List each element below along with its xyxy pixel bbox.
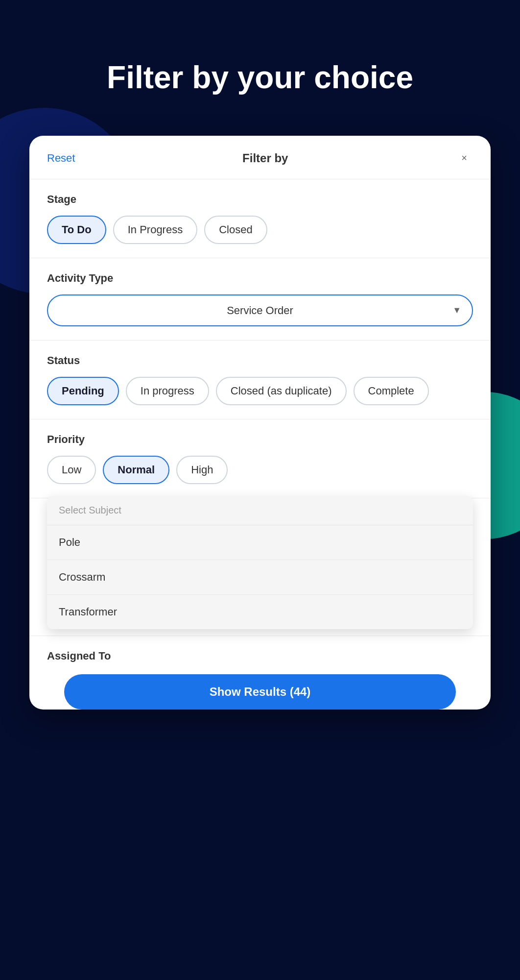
show-results-button[interactable]: Show Results (44) (64, 674, 456, 710)
modal-header: Reset Filter by × (29, 136, 491, 179)
subject-option-crossarm[interactable]: Crossarm (47, 560, 473, 595)
assigned-to-label: Assigned To (47, 650, 473, 662)
filter-modal: Reset Filter by × Stage To Do In Progres… (29, 136, 491, 710)
status-pill-pending[interactable]: Pending (47, 377, 119, 405)
priority-pill-normal[interactable]: Normal (103, 456, 169, 484)
page-title: Filter by your choice (29, 59, 491, 97)
priority-label: Priority (47, 433, 473, 446)
stage-section: Stage To Do In Progress Closed (29, 179, 491, 258)
priority-section: Priority Low Normal High Select Subject … (29, 419, 491, 498)
subject-option-transformer[interactable]: Transformer (47, 595, 473, 629)
stage-pill-group: To Do In Progress Closed (47, 216, 473, 244)
subject-option-pole[interactable]: Pole (47, 525, 473, 560)
priority-pill-low[interactable]: Low (47, 456, 96, 484)
priority-pill-group: Low Normal High (47, 456, 473, 484)
stage-pill-inprogress[interactable]: In Progress (113, 216, 198, 244)
status-section: Status Pending In progress Closed (as du… (29, 341, 491, 419)
status-label: Status (47, 354, 473, 367)
status-pill-group: Pending In progress Closed (as duplicate… (47, 377, 473, 405)
priority-pill-high[interactable]: High (176, 456, 228, 484)
subject-dropdown-header: Select Subject (47, 496, 473, 525)
page-header: Filter by your choice (0, 0, 520, 136)
subject-dropdown-popup: Select Subject Pole Crossarm Transformer (47, 496, 473, 629)
close-icon: × (461, 152, 467, 164)
stage-pill-todo[interactable]: To Do (47, 216, 106, 244)
stage-pill-closed[interactable]: Closed (204, 216, 267, 244)
status-pill-closed-dup[interactable]: Closed (as duplicate) (216, 377, 347, 405)
activity-type-label: Activity Type (47, 272, 473, 285)
status-pill-complete[interactable]: Complete (354, 377, 429, 405)
close-button[interactable]: × (455, 149, 473, 167)
stage-label: Stage (47, 193, 473, 206)
reset-button[interactable]: Reset (47, 152, 75, 165)
assigned-to-section: Assigned To (29, 636, 491, 662)
activity-type-section: Activity Type Service Order Work Order I… (29, 258, 491, 341)
modal-title: Filter by (242, 151, 288, 165)
activity-type-dropdown-wrapper: Service Order Work Order Inspection ▼ (47, 294, 473, 326)
activity-type-select[interactable]: Service Order Work Order Inspection (47, 294, 473, 326)
status-pill-inprogress[interactable]: In progress (126, 377, 209, 405)
